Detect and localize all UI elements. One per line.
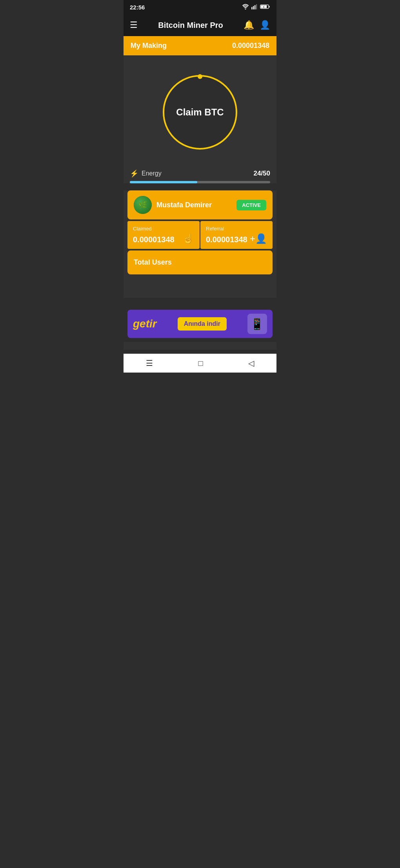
lightning-icon: ⚡ <box>130 169 138 178</box>
user-name: Mustafa Demirer <box>156 201 212 209</box>
ad-banner[interactable]: getir Anında indir 📱 <box>127 310 273 338</box>
referral-value: 0.00001348 <box>206 235 247 244</box>
claimed-card: Claimed 0.00001348 ☝ <box>127 221 200 249</box>
status-bar: 22:56 <box>124 0 276 14</box>
claim-btc-wrapper: Claim BTC <box>130 63 270 157</box>
hamburger-icon[interactable]: ☰ <box>130 21 138 29</box>
nav-actions: 🔔 👤 <box>244 20 270 30</box>
energy-row: ⚡ Energy 24/50 <box>130 169 270 178</box>
svg-rect-1 <box>251 7 252 9</box>
bell-icon[interactable]: 🔔 <box>244 20 254 30</box>
claimed-label: Claimed <box>133 226 194 232</box>
my-making-value: 0.00001348 <box>232 42 269 50</box>
bottom-nav: ☰ □ ◁ <box>124 354 276 373</box>
svg-rect-4 <box>256 4 257 9</box>
user-avatar: 🌿 <box>134 196 152 214</box>
active-badge: ACTIVE <box>236 200 266 210</box>
main-content: Claim BTC <box>124 55 276 165</box>
bottom-home-icon[interactable]: □ <box>198 359 203 368</box>
claimed-inner: 0.00001348 ☝ <box>133 233 194 244</box>
ad-phone-graphic: 📱 <box>247 314 267 334</box>
bottom-spacer <box>124 342 276 350</box>
energy-section: ⚡ Energy 24/50 <box>124 165 276 183</box>
top-nav: ☰ Bitcoin Miner Pro 🔔 👤 <box>124 14 276 36</box>
claim-btc-label: Claim BTC <box>176 107 224 118</box>
total-users-label: Total Users <box>134 258 172 266</box>
energy-value: 24/50 <box>253 170 270 177</box>
my-making-banner: My Making 0.00001348 <box>124 36 276 55</box>
profile-icon[interactable]: 👤 <box>260 20 270 30</box>
total-users-card: Total Users <box>127 250 273 274</box>
wifi-icon <box>242 4 249 11</box>
energy-left: ⚡ Energy <box>130 169 162 178</box>
signal-icon <box>251 4 258 11</box>
energy-bar-background <box>130 181 270 183</box>
ad-brand: getir <box>133 318 157 330</box>
svg-point-0 <box>245 8 246 9</box>
referral-inner: 0.00001348 +👤 <box>206 233 267 244</box>
status-icons <box>242 4 270 11</box>
status-time: 22:56 <box>130 4 145 11</box>
referral-label: Referral <box>206 226 267 232</box>
spacer <box>124 274 276 298</box>
app-title: Bitcoin Miner Pro <box>142 21 239 30</box>
bottom-back-icon[interactable]: ◁ <box>248 358 254 368</box>
svg-rect-2 <box>253 6 254 9</box>
referral-card: Referral 0.00001348 +👤 <box>200 221 273 249</box>
avatar-inner: 🌿 <box>134 196 152 214</box>
cards-section: 🌿 Mustafa Demirer ACTIVE Claimed 0.00001… <box>124 190 276 274</box>
claimed-value: 0.00001348 <box>133 235 175 244</box>
energy-bar-fill <box>130 181 197 183</box>
add-person-icon[interactable]: +👤 <box>250 233 267 244</box>
circle-dot <box>198 74 202 79</box>
stats-row: Claimed 0.00001348 ☝ Referral 0.00001348… <box>127 221 273 249</box>
touch-icon: ☝ <box>182 233 194 244</box>
my-making-label: My Making <box>131 42 167 50</box>
user-card: 🌿 Mustafa Demirer ACTIVE <box>127 190 273 219</box>
svg-rect-3 <box>255 5 255 9</box>
bottom-menu-icon[interactable]: ☰ <box>146 358 153 368</box>
battery-icon <box>260 4 270 11</box>
energy-label: Energy <box>142 170 162 177</box>
user-card-left: 🌿 Mustafa Demirer <box>134 196 212 214</box>
claim-btc-button[interactable]: Claim BTC <box>163 75 237 150</box>
svg-rect-7 <box>269 6 269 7</box>
ad-cta-button[interactable]: Anında indir <box>178 317 227 331</box>
